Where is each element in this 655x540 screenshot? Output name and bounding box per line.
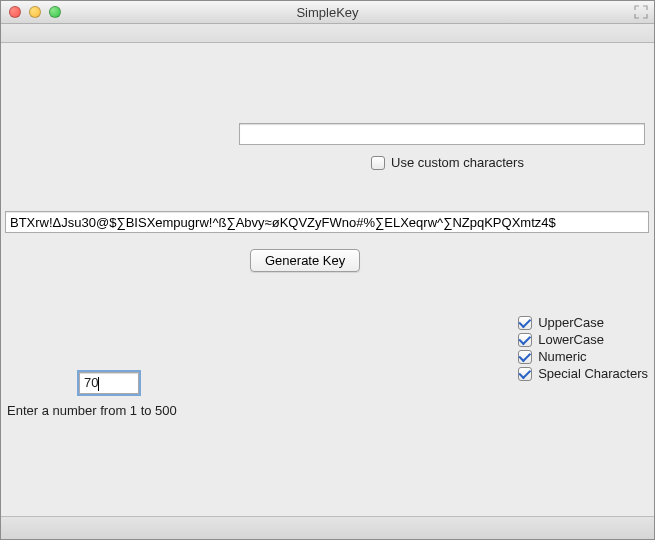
content-area: Use custom characters Generate Key Upper… — [1, 43, 654, 516]
app-window: SimpleKey Use custom characters Generate… — [0, 0, 655, 540]
option-lowercase: LowerCase — [518, 332, 648, 347]
close-icon[interactable] — [9, 6, 21, 18]
custom-characters-input[interactable] — [239, 123, 645, 145]
fullscreen-icon[interactable] — [634, 5, 648, 19]
uppercase-label: UpperCase — [538, 315, 604, 330]
lowercase-checkbox[interactable] — [518, 333, 532, 347]
footer-strip — [1, 516, 654, 539]
use-custom-characters-row: Use custom characters — [371, 155, 524, 170]
option-special: Special Characters — [518, 366, 648, 381]
text-caret-icon — [98, 377, 99, 391]
use-custom-characters-checkbox[interactable] — [371, 156, 385, 170]
uppercase-checkbox[interactable] — [518, 316, 532, 330]
generated-key-output[interactable] — [5, 211, 649, 233]
minimize-icon[interactable] — [29, 6, 41, 18]
zoom-icon[interactable] — [49, 6, 61, 18]
numeric-checkbox[interactable] — [518, 350, 532, 364]
generate-key-button[interactable]: Generate Key — [250, 249, 360, 272]
numeric-label: Numeric — [538, 349, 586, 364]
option-numeric: Numeric — [518, 349, 648, 364]
window-controls — [9, 6, 61, 18]
option-uppercase: UpperCase — [518, 315, 648, 330]
length-input[interactable]: 70 — [79, 372, 139, 394]
toolbar-strip — [1, 24, 654, 43]
titlebar: SimpleKey — [1, 1, 654, 24]
character-options: UpperCase LowerCase Numeric Special Char… — [518, 315, 648, 381]
special-characters-checkbox[interactable] — [518, 367, 532, 381]
length-value: 70 — [84, 375, 98, 390]
use-custom-characters-label: Use custom characters — [391, 155, 524, 170]
lowercase-label: LowerCase — [538, 332, 604, 347]
special-characters-label: Special Characters — [538, 366, 648, 381]
window-title: SimpleKey — [1, 5, 654, 20]
length-hint-label: Enter a number from 1 to 500 — [7, 403, 177, 418]
